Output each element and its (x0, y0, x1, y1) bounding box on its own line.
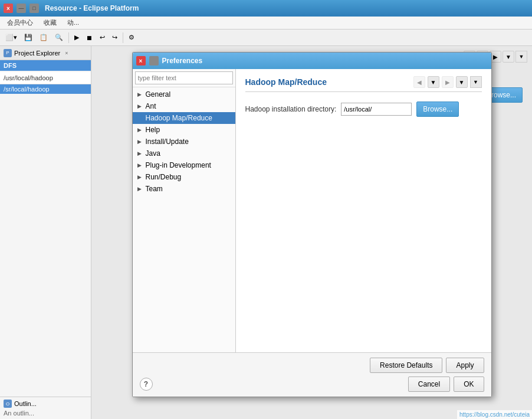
tree-arrow-ant: ▶ (137, 103, 143, 109)
project-explorer-tab[interactable]: P Project Explorer × (0, 46, 91, 60)
dialog-title: Preferences (162, 57, 203, 65)
tree-node-ant[interactable]: ▶ Ant (133, 100, 235, 112)
dialog-content: Hadoop Map/Reduce ◀ ▼ ▶ ▼ ▼ H (236, 69, 491, 352)
tree-node-install[interactable]: ▶ Install/Update (133, 136, 235, 148)
cancel-btn[interactable]: Cancel (408, 377, 450, 392)
right-panel: ◀ ▼ ▶ ▼ ▼ Browse... https://blog.csdn.ne… (91, 46, 532, 419)
content-back-btn[interactable]: ◀ (413, 76, 425, 88)
dialog-overlay: × Preferences ▶ (91, 46, 532, 419)
tree-node-team[interactable]: ▶ Team (133, 183, 235, 195)
toolbar-btn-5[interactable]: ▶ (71, 31, 82, 44)
window-min-btn[interactable]: — (17, 4, 26, 13)
eclipse-window: × — □ Resource - Eclipse Platform 会员中心 收… (0, 0, 532, 419)
footer-row2: ? Cancel OK (140, 377, 484, 392)
tree-label-hadoop: Hadoop Map/Reduce (146, 114, 212, 122)
toolbar-btn-8[interactable]: ↪ (109, 31, 120, 44)
toolbar: ⬜▾ 💾 📋 🔍 ▶ ⏹ ↩ ↪ ⚙ (0, 30, 532, 46)
tree-label-plugin: Plug-in Development (146, 161, 211, 169)
preferences-dialog: × Preferences ▶ (132, 52, 492, 397)
workspace: P Project Explorer × DFS /usr/local/hado… (0, 46, 532, 419)
tree-arrow-install: ▶ (137, 139, 143, 145)
window-max-btn[interactable]: □ (29, 4, 39, 13)
tree-arrow-plugin: ▶ (137, 162, 143, 168)
tree-arrow-run: ▶ (137, 174, 143, 180)
tree-arrow-help: ▶ (137, 127, 143, 133)
toolbar-btn-1[interactable]: ⬜▾ (2, 31, 20, 44)
menu-item-member[interactable]: 会员中心 (2, 17, 38, 28)
window-close-icon[interactable]: × (4, 4, 13, 13)
content-spacer (245, 123, 482, 345)
apply-btn[interactable]: Apply (446, 358, 484, 373)
restore-defaults-btn[interactable]: Restore Defaults (370, 358, 442, 373)
title-bar: × — □ Resource - Eclipse Platform (0, 0, 532, 17)
left-panel: P Project Explorer × DFS /usr/local/hado… (0, 46, 91, 419)
dfs-label: DFS (4, 62, 17, 69)
installation-label: Hadoop installation directory: (245, 105, 337, 113)
tree-arrow-team: ▶ (137, 186, 143, 192)
dialog-min-btn[interactable] (149, 56, 159, 66)
outline-icon: O (4, 400, 12, 408)
project-explorer-close[interactable]: × (65, 50, 68, 56)
content-nav-dropdown[interactable]: ▼ (470, 76, 482, 88)
outline-description: An outlin... (4, 410, 87, 417)
dialog-close-btn[interactable]: × (136, 56, 146, 66)
dialog-tree: ▶ General ▶ Ant Hadoop Map/Reduce (133, 69, 236, 352)
content-title-row: Hadoop Map/Reduce ◀ ▼ ▶ ▼ ▼ (245, 76, 482, 92)
tree-label-general: General (146, 90, 171, 99)
tree-label-run: Run/Debug (146, 173, 182, 181)
content-nav: ◀ ▼ ▶ ▼ ▼ (413, 76, 482, 88)
tree-node-run[interactable]: ▶ Run/Debug (133, 171, 235, 183)
footer-row1: Restore Defaults Apply (140, 358, 484, 373)
toolbar-btn-7[interactable]: ↩ (97, 31, 108, 44)
content-fwd-dropdown[interactable]: ▼ (456, 76, 468, 88)
tree-node-general[interactable]: ▶ General (133, 89, 235, 100)
tree-label-ant: Ant (146, 102, 156, 110)
tree-node-hadoop[interactable]: Hadoop Map/Reduce (133, 112, 235, 124)
tree-label-java: Java (146, 149, 160, 158)
tree-node-java[interactable]: ▶ Java (133, 148, 235, 159)
selected-bar[interactable]: /sr/local/hadoop (0, 84, 91, 94)
project-explorer-icon: P (4, 49, 12, 57)
tree-node-help[interactable]: ▶ Help (133, 124, 235, 136)
dialog-footer: Restore Defaults Apply ? Cancel OK (133, 352, 491, 397)
project-explorer-label: Project Explorer (14, 50, 60, 57)
dfs-item[interactable]: DFS (0, 60, 91, 71)
browse-btn[interactable]: Browse... (416, 102, 459, 117)
toolbar-btn-4[interactable]: 🔍 (52, 31, 66, 44)
menu-item-more[interactable]: 动... (63, 17, 84, 28)
tree-label-team: Team (146, 185, 163, 193)
ok-btn[interactable]: OK (454, 377, 484, 392)
path-label: /usr/local/hadoop (0, 72, 91, 84)
toolbar-btn-9[interactable]: ⚙ (126, 31, 137, 44)
dialog-title-bar: × Preferences (133, 53, 491, 69)
toolbar-btn-6[interactable]: ⏹ (83, 31, 96, 44)
tree-list: ▶ General ▶ Ant Hadoop Map/Reduce (133, 87, 235, 352)
outline-label: Outlin... (14, 400, 37, 407)
tree-arrow-java: ▶ (137, 150, 143, 156)
menu-bar: 会员中心 收藏 动... (0, 17, 532, 30)
dialog-body: ▶ General ▶ Ant Hadoop Map/Reduce (133, 69, 491, 352)
toolbar-btn-3[interactable]: 📋 (37, 31, 51, 44)
content-title-text: Hadoop Map/Reduce (245, 77, 327, 87)
installation-row: Hadoop installation directory: Browse... (245, 102, 482, 117)
toolbar-separator-2 (123, 32, 123, 43)
toolbar-btn-2[interactable]: 💾 (21, 31, 35, 44)
tree-node-plugin[interactable]: ▶ Plug-in Development (133, 159, 235, 171)
tree-label-help: Help (146, 126, 160, 134)
installation-input[interactable] (341, 103, 412, 116)
content-back-dropdown[interactable]: ▼ (428, 76, 439, 88)
toolbar-separator-1 (68, 32, 69, 43)
tree-arrow-general: ▶ (137, 91, 143, 97)
filter-input[interactable] (135, 71, 233, 84)
filter-box (133, 69, 235, 87)
outline-area: O Outlin... An outlin... (0, 397, 91, 419)
menu-item-collect[interactable]: 收藏 (39, 17, 61, 28)
tree-label-install: Install/Update (146, 138, 189, 146)
content-fwd-btn[interactable]: ▶ (442, 76, 454, 88)
window-title: Resource - Eclipse Platform (45, 4, 139, 12)
help-btn[interactable]: ? (140, 378, 153, 391)
